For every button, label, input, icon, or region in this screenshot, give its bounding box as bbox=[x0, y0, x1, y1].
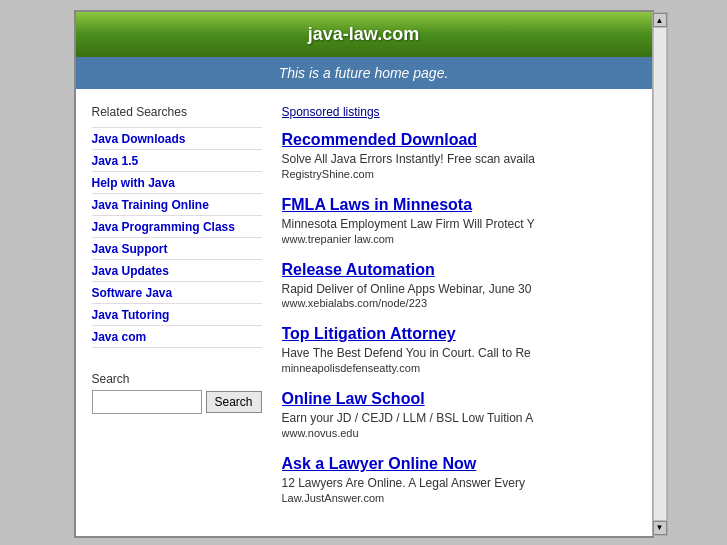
ad-item: Release AutomationRapid Deliver of Onlin… bbox=[282, 261, 636, 310]
related-link-item: Java com bbox=[92, 326, 262, 348]
related-link-item: Java Programming Class bbox=[92, 216, 262, 238]
related-link-item: Java Support bbox=[92, 238, 262, 260]
related-link-item: Java 1.5 bbox=[92, 150, 262, 172]
ad-title[interactable]: Top Litigation Attorney bbox=[282, 325, 636, 343]
related-links-list: Java DownloadsJava 1.5Help with JavaJava… bbox=[92, 127, 262, 348]
ad-item: Recommended DownloadSolve All Java Error… bbox=[282, 131, 636, 180]
main-content: Related Searches Java DownloadsJava 1.5H… bbox=[76, 89, 652, 536]
ads-container: Recommended DownloadSolve All Java Error… bbox=[282, 131, 636, 504]
related-link[interactable]: Java com bbox=[92, 330, 147, 344]
ad-url: www.novus.edu bbox=[282, 427, 636, 439]
scroll-track[interactable] bbox=[653, 27, 667, 521]
scrollbar[interactable]: ▲ ▼ bbox=[652, 12, 668, 536]
banner-text: This is a future home page. bbox=[279, 65, 449, 81]
search-row: Search bbox=[92, 390, 262, 414]
related-link-item: Java Training Online bbox=[92, 194, 262, 216]
ad-description: Earn your JD / CEJD / LLM / BSL Low Tuit… bbox=[282, 410, 636, 427]
related-link-item: Java Updates bbox=[92, 260, 262, 282]
related-link[interactable]: Java Updates bbox=[92, 264, 169, 278]
blue-banner: This is a future home page. bbox=[76, 57, 652, 89]
related-link[interactable]: Java Support bbox=[92, 242, 168, 256]
related-link[interactable]: Software Java bbox=[92, 286, 173, 300]
related-link-item: Software Java bbox=[92, 282, 262, 304]
search-label: Search bbox=[92, 372, 262, 386]
search-button[interactable]: Search bbox=[206, 391, 262, 413]
related-link[interactable]: Java Tutoring bbox=[92, 308, 170, 322]
related-link[interactable]: Help with Java bbox=[92, 176, 175, 190]
site-header: java-law.com bbox=[76, 12, 652, 57]
ad-title[interactable]: Release Automation bbox=[282, 261, 636, 279]
scroll-down-btn[interactable]: ▼ bbox=[653, 521, 667, 535]
ad-url: www.xebialabs.com/node/223 bbox=[282, 297, 636, 309]
left-column: Related Searches Java DownloadsJava 1.5H… bbox=[92, 105, 262, 520]
related-link-item: Java Tutoring bbox=[92, 304, 262, 326]
search-section: Search Search bbox=[92, 372, 262, 414]
ad-url: minneapolisdefenseatty.com bbox=[282, 362, 636, 374]
related-link-item: Help with Java bbox=[92, 172, 262, 194]
ad-item: FMLA Laws in MinnesotaMinnesota Employme… bbox=[282, 196, 636, 245]
related-link[interactable]: Java Programming Class bbox=[92, 220, 235, 234]
ad-item: Online Law SchoolEarn your JD / CEJD / L… bbox=[282, 390, 636, 439]
related-link[interactable]: Java Training Online bbox=[92, 198, 209, 212]
ad-title[interactable]: Online Law School bbox=[282, 390, 636, 408]
ad-url: RegistryShine.com bbox=[282, 168, 636, 180]
ad-item: Ask a Lawyer Online Now12 Lawyers Are On… bbox=[282, 455, 636, 504]
ad-item: Top Litigation AttorneyHave The Best Def… bbox=[282, 325, 636, 374]
ad-description: Solve All Java Errors Instantly! Free sc… bbox=[282, 151, 636, 168]
right-column: Sponsored listings Recommended DownloadS… bbox=[282, 105, 636, 520]
ad-title[interactable]: Ask a Lawyer Online Now bbox=[282, 455, 636, 473]
related-heading: Related Searches bbox=[92, 105, 262, 119]
browser-frame: java-law.com This is a future home page.… bbox=[74, 10, 654, 538]
ad-description: 12 Lawyers Are Online. A Legal Answer Ev… bbox=[282, 475, 636, 492]
ad-url: www.trepanier law.com bbox=[282, 233, 636, 245]
related-link-item: Java Downloads bbox=[92, 128, 262, 150]
search-input[interactable] bbox=[92, 390, 202, 414]
ad-url: Law.JustAnswer.com bbox=[282, 492, 636, 504]
ad-description: Rapid Deliver of Online Apps Webinar, Ju… bbox=[282, 281, 636, 298]
related-link[interactable]: Java Downloads bbox=[92, 132, 186, 146]
related-link[interactable]: Java 1.5 bbox=[92, 154, 139, 168]
ad-title[interactable]: Recommended Download bbox=[282, 131, 636, 149]
site-title: java-law.com bbox=[308, 24, 419, 44]
sponsored-link[interactable]: Sponsored listings bbox=[282, 105, 636, 119]
scroll-up-btn[interactable]: ▲ bbox=[653, 13, 667, 27]
ad-description: Have The Best Defend You in Court. Call … bbox=[282, 345, 636, 362]
ad-title[interactable]: FMLA Laws in Minnesota bbox=[282, 196, 636, 214]
ad-description: Minnesota Employment Law Firm Will Prote… bbox=[282, 216, 636, 233]
